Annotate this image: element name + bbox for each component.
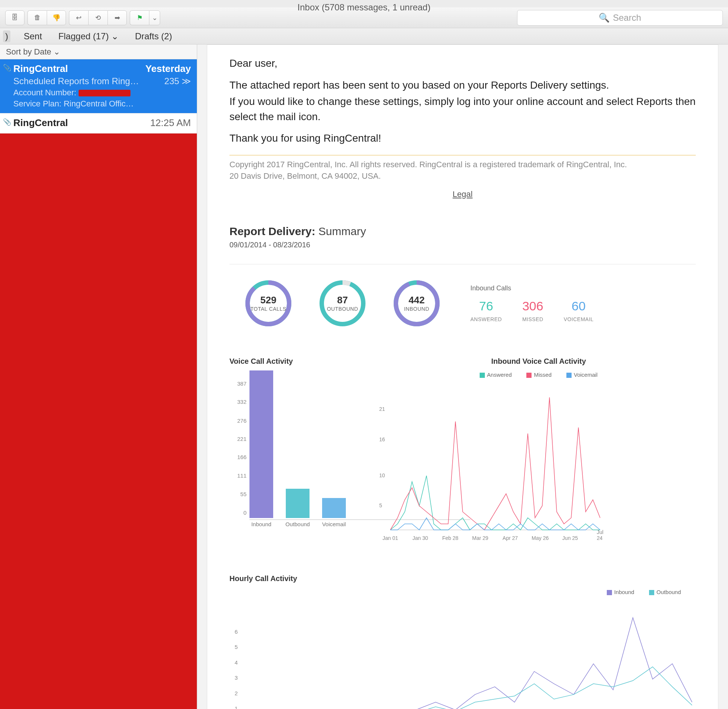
divider (229, 155, 696, 155)
mailbox-tab-sent[interactable]: Sent (21, 30, 45, 43)
report-date-range: 09/01/2014 - 08/23/2016 (229, 241, 696, 249)
forward-icon: ➡ (115, 14, 120, 22)
redacted-block (0, 133, 197, 709)
hourly-call-activity-chart: Hourly Call Activity Inbound Outbound 12… (229, 575, 696, 709)
chart-title: Hourly Call Activity (229, 575, 696, 583)
thumbs-down-icon: 👎 (52, 14, 60, 22)
sort-control[interactable]: Sort by Date ⌄ (0, 44, 197, 59)
chart-bar: Voicemail (322, 498, 346, 527)
voice-call-activity-chart: Voice Call Activity 05511116622127633238… (229, 357, 370, 541)
legal-link[interactable]: Legal (453, 190, 473, 199)
divider (229, 264, 696, 264)
inbound-stat: 306MISSED (522, 299, 543, 322)
reply-button[interactable]: ↩ (69, 10, 88, 25)
chart-bar: Inbound (249, 371, 273, 527)
report-section: Report Delivery: Summary 09/01/2014 - 08… (229, 225, 696, 709)
message-list-item[interactable]: 📎 RingCentral 12:25 AM (0, 114, 197, 133)
delete-button[interactable]: 🗑 (28, 10, 47, 25)
chart-legend: Inbound Outbound (229, 589, 696, 595)
email-footer: Copyright 2017 RingCentral, Inc. All rig… (229, 159, 696, 182)
message-content-pane: Dear user, The attached report has been … (197, 44, 728, 709)
inbound-stat: 76ANSWERED (470, 299, 502, 322)
archive-icon: 🗄 (12, 14, 18, 22)
message-preview-line: Service Plan: RingCentral Offic… (13, 99, 191, 109)
message-time: Yesterday (145, 63, 191, 74)
inbound-calls-header: Inbound Calls (470, 284, 593, 292)
reply-all-button[interactable]: ⟲ (88, 10, 108, 25)
archive-button[interactable]: 🗄 (5, 10, 25, 25)
search-input[interactable]: 🔍 Search (517, 10, 723, 26)
reply-icon: ↩ (76, 14, 82, 22)
report-title: Report Delivery: Summary (229, 225, 696, 238)
reply-all-icon: ⟲ (95, 14, 101, 22)
flag-button[interactable]: ⚑ (130, 10, 149, 25)
email-body: Dear user, The attached report has been … (229, 56, 696, 146)
mailbox-tab-flagged[interactable]: Flagged (17) ⌄ (55, 30, 122, 43)
inbound-voice-call-activity-chart: Inbound Voice Call Activity Answered Mis… (381, 357, 696, 541)
chart-bar: Outbound (286, 489, 310, 527)
message-subject: Scheduled Reports from Ring… (13, 76, 139, 86)
summary-donut: 87OUTBOUND (319, 279, 367, 327)
inbound-stat: 60VOICEMAIL (564, 299, 594, 322)
email-greeting: Dear user, (229, 56, 696, 71)
email-paragraph: Thank you for using RingCentral! (229, 131, 696, 146)
redacted-block (79, 90, 131, 96)
chevron-down-icon: ⌄ (111, 31, 119, 41)
window-title: Inbox (5708 messages, 1 unread) (0, 0, 728, 7)
chevron-down-icon: ⌄ (152, 14, 157, 22)
search-placeholder: Search (613, 13, 641, 23)
mailbox-tab-inbox-collapsed[interactable]: ) (3, 31, 10, 42)
flag-menu-button[interactable]: ⌄ (149, 10, 160, 25)
mailbox-tabs: ) Sent Flagged (17) ⌄ Drafts (2) (0, 28, 728, 44)
trash-icon: 🗑 (34, 14, 41, 22)
forward-button[interactable]: ➡ (108, 10, 127, 25)
attachment-icon: 📎 (3, 64, 11, 72)
chart-title: Inbound Voice Call Activity (381, 357, 696, 366)
chart-title: Voice Call Activity (229, 357, 370, 366)
mailbox-tab-drafts[interactable]: Drafts (2) (132, 30, 175, 43)
sort-label: Sort by Date (6, 47, 51, 57)
chevron-down-icon: ⌄ (53, 47, 60, 57)
message-list-sidebar: Sort by Date ⌄ 📎 RingCentral Yesterday S… (0, 44, 197, 709)
message-list-item[interactable]: 📎 RingCentral Yesterday Scheduled Report… (0, 59, 197, 114)
message-time: 12:25 AM (150, 117, 191, 129)
message-sender: RingCentral (13, 63, 68, 74)
summary-stats-row: 529TOTAL CALLS 87OUTBOUND 442INBOUND Inb… (229, 279, 696, 327)
message-badge: 235 ≫ (164, 76, 191, 86)
message-sender: RingCentral (13, 117, 68, 129)
flag-icon: ⚑ (137, 14, 143, 22)
summary-donut: 442INBOUND (393, 279, 441, 327)
message-preview-line: Account Number: (13, 88, 191, 98)
search-icon: 🔍 (598, 13, 610, 23)
email-paragraph: The attached report has been sent to you… (229, 78, 696, 93)
chart-legend: Answered Missed Voicemail (381, 372, 696, 378)
summary-donut: 529TOTAL CALLS (244, 279, 293, 327)
attachment-icon: 📎 (3, 118, 11, 126)
email-paragraph: If you would like to change these settin… (229, 94, 696, 124)
junk-button[interactable]: 👎 (47, 10, 66, 25)
